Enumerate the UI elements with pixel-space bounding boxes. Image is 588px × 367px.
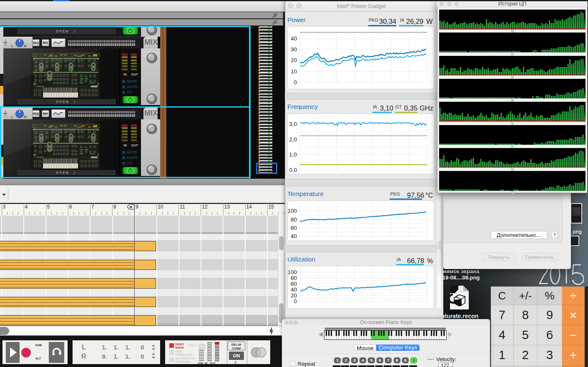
svg-text:40: 40 [291, 287, 297, 293]
svg-text:0: 0 [294, 298, 297, 304]
svg-text:3,0: 3,0 [289, 121, 297, 127]
svg-text:100: 100 [287, 208, 297, 214]
svg-text:60: 60 [291, 225, 297, 231]
svg-text:40: 40 [291, 233, 297, 239]
svg-text:60: 60 [291, 281, 297, 287]
svg-text:0: 0 [294, 79, 297, 85]
svg-text:40: 40 [291, 35, 297, 42]
svg-text:R: R [130, 205, 133, 209]
svg-text:20: 20 [291, 57, 297, 63]
svg-text:1,0: 1,0 [289, 151, 297, 158]
svg-text:2,0: 2,0 [289, 136, 297, 143]
svg-text:20: 20 [291, 292, 297, 299]
svg-text:80: 80 [291, 275, 297, 281]
svg-text:80: 80 [291, 216, 297, 223]
svg-text:10: 10 [291, 68, 297, 75]
svg-text:0,0: 0,0 [289, 167, 297, 173]
svg-text:100: 100 [287, 269, 297, 275]
svg-text:30: 30 [291, 46, 297, 53]
